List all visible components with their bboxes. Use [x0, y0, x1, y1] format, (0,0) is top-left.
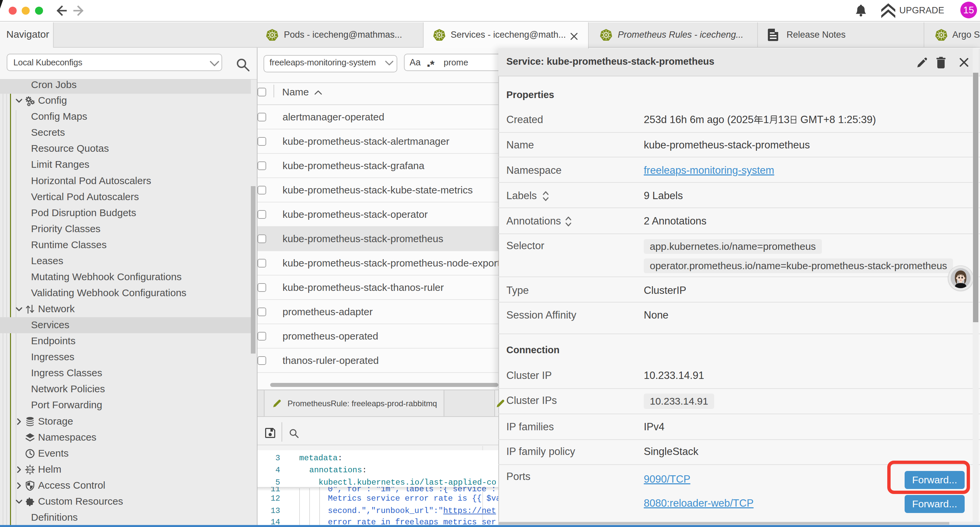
svg-text:HELM: HELM: [26, 468, 34, 471]
